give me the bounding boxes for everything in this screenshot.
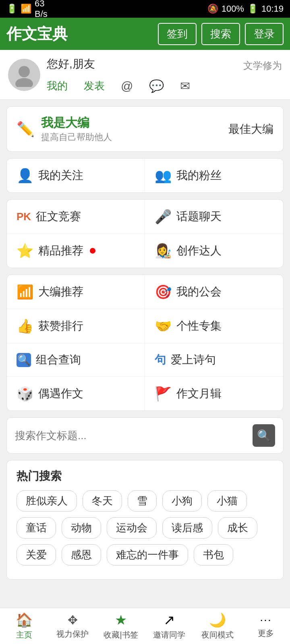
checkin-button[interactable]: 签到 (158, 23, 197, 45)
guild-item[interactable]: 🎯 我的公会 (145, 275, 283, 309)
tag-5[interactable]: 童话 (17, 517, 56, 539)
follow-grid: 👤 我的关注 👥 我的粉丝 (7, 159, 283, 192)
tag-6[interactable]: 动物 (62, 517, 101, 539)
fans-item[interactable]: 👥 我的粉丝 (145, 159, 283, 192)
flag-icon: 🚩 (155, 386, 172, 402)
creator-item[interactable]: 👩‍🎨 创作达人 (145, 234, 283, 268)
creator-icon: 👩‍🎨 (155, 243, 172, 259)
editor-main: 我是大编 (41, 115, 112, 131)
home-icon: 🏠 (16, 612, 33, 628)
search-submit-button[interactable]: 🔍 (253, 424, 275, 447)
tag-13[interactable]: 书包 (194, 544, 233, 566)
tools-card: 📶 大编推荐 🎯 我的公会 👍 获赞排行 🤝 个性专集 🔍 组合查询 句 (6, 275, 284, 411)
nav-night[interactable]: 🌙 夜间模式 (193, 612, 242, 640)
pencil-icon: ✏️ (17, 121, 35, 138)
editor-right: 最佳大编 (228, 122, 273, 137)
status-right: 🔕 100% 🔋 10:19 (207, 4, 284, 14)
svg-point-1 (15, 78, 33, 87)
collection-item[interactable]: 🤝 个性专集 (145, 309, 283, 343)
chat-item[interactable]: 🎤 话题聊天 (145, 200, 283, 234)
tag-4[interactable]: 小猫 (207, 490, 247, 512)
battery-percent: 100% (222, 4, 244, 14)
random-essay-item[interactable]: 🎲 偶遇作文 (7, 377, 145, 411)
guild-icon: 🎯 (155, 284, 172, 300)
user-top-row: 您好,朋友 文学修为 (47, 56, 282, 75)
creator-label: 创作达人 (176, 243, 222, 258)
tag-0[interactable]: 胜似亲人 (17, 490, 77, 512)
battery-icon: 🔋 (6, 4, 17, 14)
query-item[interactable]: 🔍 组合查询 (7, 343, 145, 377)
user-tab-post[interactable]: 发表 (84, 79, 105, 93)
community-card: PK 征文竞赛 🎤 话题聊天 ⭐ 精品推荐 👩‍🎨 创作达人 (6, 199, 284, 268)
handshake-icon: 🤝 (155, 318, 172, 334)
battery-full-icon: 🔋 (247, 4, 258, 14)
nav-home[interactable]: 🏠 主页 (0, 612, 48, 640)
contest-label: 征文竞赛 (36, 209, 81, 224)
follow-item[interactable]: 👤 我的关注 (7, 159, 145, 192)
poetry-item[interactable]: 句 爱上诗句 (145, 343, 283, 377)
tag-10[interactable]: 关爱 (17, 544, 56, 566)
tag-12[interactable]: 难忘的一件事 (107, 544, 188, 566)
tag-7[interactable]: 运动会 (107, 517, 157, 539)
status-left: 🔋 📶 63B/s (6, 0, 48, 19)
search-magnifier-icon: 🔍 (257, 429, 271, 442)
header: 作文宝典 签到 搜索 登录 (0, 18, 290, 50)
featured-label: 精品推荐 (38, 243, 83, 258)
tags-row-2: 童话 动物 运动会 读后感 成长 (17, 517, 273, 539)
nav-vision-label: 视力保护 (56, 629, 89, 640)
badge (90, 248, 95, 254)
tags-row-3: 关爱 感恩 难忘的一件事 书包 (17, 544, 273, 566)
nav-vision[interactable]: ✥ 视力保护 (48, 613, 97, 640)
hot-search-card: 热门搜索 胜似亲人 冬天 雪 小狗 小猫 童话 动物 运动会 读后感 成长 关爱… (6, 460, 284, 580)
tag-2[interactable]: 雪 (128, 490, 157, 512)
user-section: 您好,朋友 文学修为 我的 发表 @ 💬 ✉ (0, 50, 290, 100)
wifi-green-icon: 📶 (17, 284, 33, 300)
tag-3[interactable]: 小狗 (162, 490, 202, 512)
tag-11[interactable]: 感恩 (62, 544, 101, 566)
nav-invite[interactable]: ↗ 邀请同学 (145, 612, 193, 640)
query-icon: 🔍 (17, 353, 31, 367)
guild-label: 我的公会 (176, 284, 222, 299)
mail-icon[interactable]: ✉ (180, 79, 190, 93)
follow-label: 我的关注 (38, 168, 83, 183)
query-label: 组合查询 (36, 352, 81, 367)
moon-icon: 🌙 (209, 612, 226, 628)
poetry-icon: 句 (155, 352, 166, 367)
monthly-item[interactable]: 🚩 作文月辑 (145, 377, 283, 411)
collection-label: 个性专集 (176, 318, 222, 334)
contest-item[interactable]: PK 征文竞赛 (7, 200, 145, 234)
user-tab-mine[interactable]: 我的 (47, 79, 68, 93)
nav-more[interactable]: ··· 更多 (242, 613, 290, 639)
star-nav-icon: ★ (115, 612, 127, 628)
wifi-icon: 📶 (21, 4, 31, 14)
tag-8[interactable]: 读后感 (162, 517, 212, 539)
editor-recommend-label: 大编推荐 (38, 284, 83, 299)
editor-recommend-item[interactable]: 📶 大编推荐 (7, 275, 145, 309)
avatar[interactable] (8, 59, 40, 91)
featured-item[interactable]: ⭐ 精品推荐 (7, 234, 145, 268)
search-bar[interactable]: 🔍 (6, 417, 284, 454)
editor-card[interactable]: ✏️ 我是大编 提高自己帮助他人 最佳大编 (6, 106, 284, 152)
nav-bookmark[interactable]: ★ 收藏|书签 (97, 612, 145, 640)
chat-icon[interactable]: 💬 (149, 79, 164, 93)
likes-rank-item[interactable]: 👍 获赞排行 (7, 309, 145, 343)
fans-label: 我的粉丝 (176, 168, 222, 183)
search-button[interactable]: 搜索 (201, 23, 240, 45)
search-input[interactable] (15, 429, 248, 442)
monthly-label: 作文月辑 (176, 386, 222, 401)
nav-more-label: 更多 (258, 628, 274, 639)
tools-grid: 📶 大编推荐 🎯 我的公会 👍 获赞排行 🤝 个性专集 🔍 组合查询 句 (7, 275, 283, 411)
time: 10:19 (261, 4, 284, 14)
login-button[interactable]: 登录 (245, 23, 284, 45)
user-greeting: 您好,朋友 (47, 56, 95, 72)
tag-9[interactable]: 成长 (218, 517, 257, 539)
likes-rank-label: 获赞排行 (38, 318, 83, 334)
more-icon: ··· (260, 613, 271, 626)
svg-point-0 (19, 66, 30, 77)
tag-1[interactable]: 冬天 (83, 490, 122, 512)
user-action-row: 我的 发表 @ 💬 ✉ (47, 79, 282, 93)
fans-icon: 👥 (155, 167, 172, 184)
at-icon[interactable]: @ (121, 79, 133, 93)
chat-label: 话题聊天 (176, 209, 222, 224)
main-content: ✏️ 我是大编 提高自己帮助他人 最佳大编 👤 我的关注 👥 我的粉丝 (0, 100, 290, 633)
